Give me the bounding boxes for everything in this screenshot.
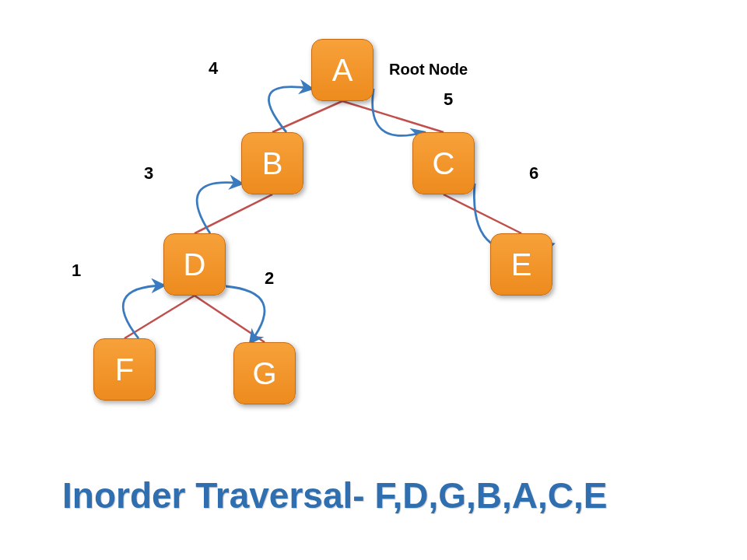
node-b: B — [241, 132, 303, 194]
step-label-2: 2 — [265, 268, 274, 289]
tree-edge — [444, 194, 521, 233]
traversal-arrows-group — [123, 87, 552, 342]
step-label-1: 1 — [72, 261, 81, 281]
node-a: A — [311, 39, 374, 101]
step-label-6: 6 — [529, 163, 538, 184]
node-c: C — [412, 132, 475, 194]
step-label-3: 3 — [144, 163, 153, 184]
node-label: G — [252, 356, 276, 391]
traversal-arrow-5 — [373, 89, 423, 135]
tree-edge — [195, 296, 265, 342]
node-f: F — [93, 338, 156, 401]
traversal-arrow-1 — [123, 285, 163, 338]
tree-edge — [195, 194, 272, 233]
traversal-arrow-4 — [268, 87, 311, 132]
node-d: D — [163, 233, 226, 296]
node-label: D — [184, 247, 206, 282]
node-label: B — [262, 146, 283, 181]
root-annotation: Root Node — [389, 61, 468, 79]
tree-edge — [272, 101, 342, 132]
node-label: E — [511, 247, 532, 282]
node-label: F — [115, 352, 134, 387]
tree-edge — [124, 296, 195, 338]
node-e: E — [490, 233, 552, 296]
traversal-result: Inorder Traversal- F,D,G,B,A,C,E — [62, 474, 607, 516]
node-g: G — [233, 342, 296, 404]
step-label-5: 5 — [444, 89, 453, 110]
node-label: C — [433, 146, 455, 181]
step-label-4: 4 — [209, 58, 218, 79]
traversal-arrow-3 — [197, 183, 241, 233]
tree-edge — [342, 101, 444, 132]
node-label: A — [332, 53, 353, 88]
traversal-arrow-2 — [226, 286, 265, 342]
